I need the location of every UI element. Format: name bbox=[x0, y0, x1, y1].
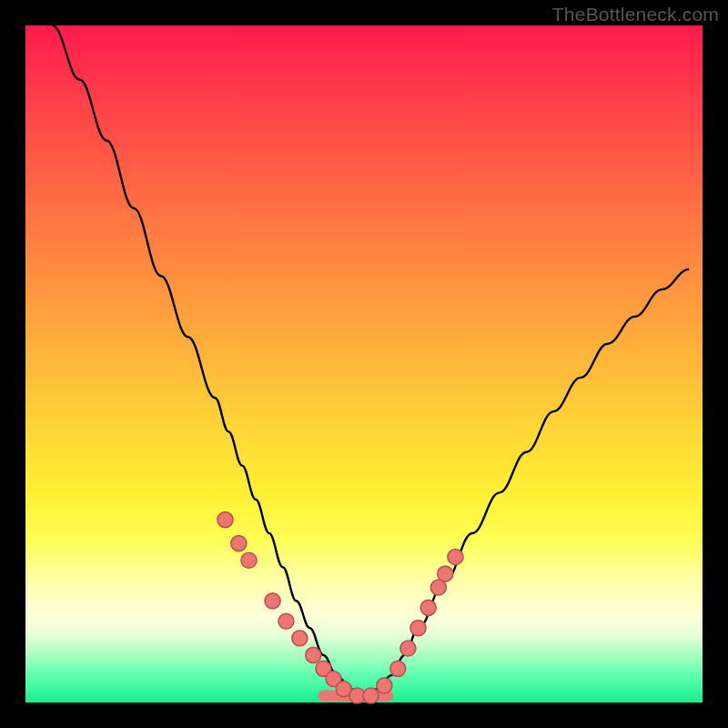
highlight-point bbox=[278, 613, 294, 629]
highlight-point bbox=[400, 641, 416, 656]
highlight-point bbox=[306, 647, 321, 662]
highlight-point bbox=[363, 688, 379, 703]
highlight-points-group bbox=[217, 512, 463, 703]
highlight-point bbox=[377, 678, 392, 693]
bottleneck-curve bbox=[53, 25, 689, 696]
chart-svg bbox=[25, 25, 703, 703]
highlight-point bbox=[292, 631, 308, 646]
highlight-point bbox=[410, 621, 426, 636]
highlight-point bbox=[438, 566, 453, 581]
outer-frame: TheBottleneck.com bbox=[0, 0, 728, 728]
highlight-point bbox=[217, 512, 233, 528]
highlight-point bbox=[241, 552, 257, 568]
highlight-point bbox=[448, 550, 463, 565]
highlight-point bbox=[231, 536, 247, 551]
highlight-point bbox=[265, 593, 280, 609]
highlight-point bbox=[390, 661, 406, 676]
highlight-point bbox=[420, 600, 436, 615]
watermark-text: TheBottleneck.com bbox=[552, 4, 719, 25]
